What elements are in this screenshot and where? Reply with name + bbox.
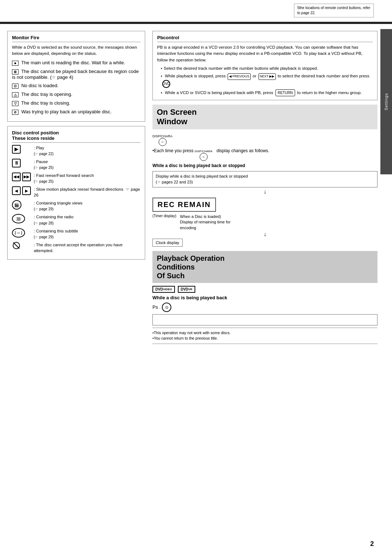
status-desc-unplayable: Was trying to play back an unplayable di…	[21, 109, 112, 114]
icon-row-play: ▶ : Play(☞ page 22)	[12, 145, 140, 157]
disc-control-subtitle: These icons reside	[12, 135, 54, 141]
icon-cell-slow: ◀ ▶	[12, 186, 34, 195]
bottom-playback: DVDVIDEO DVDVR While a disc is being pla…	[152, 286, 377, 344]
icon-cell-audio: )))	[12, 214, 34, 223]
dvd-video-badge: DVDVIDEO	[152, 286, 175, 293]
disp-intro: •Each time you press DISP/CHARA ○ displa…	[152, 148, 377, 161]
prohibit-icon	[13, 242, 20, 249]
pause-icon: ⏸	[12, 159, 21, 167]
rec-remain-display: REC REMAIN	[152, 198, 216, 212]
monitor-title: Monitor Fire	[12, 35, 140, 42]
icon-cell-ffrew: ◀◀ ▶▶	[12, 173, 34, 181]
status-desc-closing: The disc tray is closing.	[21, 100, 70, 106]
dvd-playing-text: While a disc is being played back	[152, 295, 377, 300]
side-tab-label: Settings	[384, 93, 388, 110]
icon-cell-subtitle: [ — ]	[12, 228, 34, 238]
timer-label: (Timer display)	[152, 214, 176, 218]
return-badge: RETURN	[275, 89, 295, 96]
dvd-vr-badge: DVDVR	[178, 286, 195, 293]
text-ffrew: : Fast reese/Fast forward search(☞ page …	[34, 173, 140, 184]
pbc-bullet-1: Select the desired track number with the…	[161, 65, 373, 72]
disp-inline-btn[interactable]: ○	[200, 153, 208, 161]
pbc-title: Pbcontrol	[157, 35, 373, 42]
text-prohibit: : The disc cannot accept the operation y…	[34, 242, 140, 254]
page-number: 2	[370, 540, 374, 548]
next-badge: NEXT ▶▶	[258, 73, 276, 80]
monitor-intro: While a DVD is selected as the sound sou…	[12, 44, 140, 57]
arrow-down-1: ↓	[152, 189, 377, 195]
note-2: •You cannot return to the previous title…	[152, 336, 377, 341]
separator-1	[152, 328, 377, 328]
icon-row-prohibit: : The disc cannot accept the operation y…	[12, 242, 140, 254]
two-column-layout: Monitor Fire While a DVD is selected as …	[7, 31, 377, 346]
icon-row-ffrew: ◀◀ ▶▶ : Fast reese/Fast forward search(☞…	[12, 173, 140, 184]
disp-button[interactable]: ○	[159, 138, 167, 146]
playing-back-text: While a disc is being played back or sto…	[152, 163, 377, 168]
pbc-bullet-2: While playback is stopped, press ◀ PREVI…	[161, 73, 373, 88]
right-column: Pbcontrol PB is a signal encoded in a VC…	[152, 31, 377, 346]
disc-control-section: Disc control position These icons reside…	[7, 126, 145, 260]
ps-circle-icon: ⊙	[162, 303, 171, 312]
icon-cell-play: ▶	[12, 145, 34, 154]
icon-row-subtitle: [ — ] : Containing this subtitle(☞ page …	[12, 228, 140, 240]
icon-row-pause: ⏸ : Pause(☞ page 25)	[12, 159, 140, 170]
disp-group: DISP/CHARA ○	[152, 134, 172, 146]
arrow-down-2: ↓	[152, 231, 377, 237]
status-icon-opening: △	[12, 92, 19, 97]
top-bar	[0, 22, 392, 24]
status-item-unplayable: ⊘ Was trying to play back an unplayable …	[12, 109, 140, 115]
text-audio: : Containing the radio(☞ page 28)	[34, 214, 140, 226]
left-column: Monitor Fire While a DVD is selected as …	[7, 31, 145, 346]
note-1: •This operation may not work with some d…	[152, 330, 377, 336]
status-icon-closing: ▽	[12, 101, 19, 106]
side-tab: Settings	[380, 29, 392, 174]
monitor-section: Monitor Fire While a DVD is selected as …	[7, 31, 145, 122]
icon-cell-pause: ⏸	[12, 159, 34, 167]
text-subtitle: : Containing this subtitle(☞ page 29)	[34, 228, 140, 240]
bottom-info-content	[156, 317, 157, 322]
bottom-info-box	[152, 314, 377, 325]
playback-op-title: Playback OperationConditionsOf Such	[157, 254, 373, 280]
icon-row-slow: ◀ ▶ : Slow motion playback reese/ forwar…	[12, 186, 140, 198]
status-desc-opening: The disc tray is opening.	[21, 92, 72, 97]
audio-icon: )))	[12, 214, 25, 223]
display-flow: Display while a disc is being played bac…	[152, 171, 377, 247]
icon-row-audio: ))) : Containing the radio(☞ page 28)	[12, 214, 140, 226]
clock-display-label: Clock display	[152, 239, 183, 247]
status-icon-unplayable: ⊘	[12, 110, 19, 115]
status-icon-region: ⊞	[12, 69, 19, 74]
main-content: Monitor Fire While a DVD is selected as …	[7, 27, 377, 540]
notice-box: 5the locations of remote control buttons…	[294, 4, 374, 17]
osd-section: On Screen Window	[152, 105, 377, 130]
slow-rev-icon: ◀	[12, 186, 21, 195]
rec-label-group: (Timer display)	[152, 214, 176, 218]
icon-cell-prohibit	[12, 242, 34, 249]
status-item-opening: △ The disc tray is opening.	[12, 92, 140, 97]
camera-icon: 🎬	[12, 200, 21, 210]
pbc-section: Pbcontrol PB is a signal encoded in a VC…	[152, 31, 377, 100]
disp-inline-label: DISP/CHARA	[195, 150, 212, 153]
disp-inline-group: DISP/CHARA ○	[195, 150, 212, 161]
pbc-bullet-3: While a VCD or SVCD is being played back…	[161, 89, 373, 96]
ff-icon: ▶▶	[22, 173, 31, 181]
dvd-play-badge: DVD	[162, 80, 170, 88]
ps-icon-row: Ps . ⊙	[152, 303, 377, 312]
disp-label: DISP/CHARA	[152, 134, 172, 138]
display-section: DISP/CHARA ○ •Each time you press DISP/C…	[152, 133, 377, 247]
text-camera: : Containing triangle views(☞ page 29)	[34, 200, 140, 212]
status-item-nodisc: ⊡ No disc is loaded.	[12, 83, 140, 89]
rec-row: (Timer display) When a Disc is loaded)Di…	[152, 214, 377, 231]
flow-right-note: When a Disc is loaded)Display of remaini…	[180, 214, 238, 231]
play-icon: ▶	[12, 145, 21, 154]
disp-row: DISP/CHARA ○	[152, 133, 377, 146]
status-icon-nodisc: ⊡	[12, 84, 19, 89]
notice-text: 5the locations of remote control buttons…	[297, 6, 370, 15]
osd-title: On Screen Window	[157, 108, 373, 127]
status-item-closing: ▽ The disc tray is closing.	[12, 100, 140, 106]
flow-left: Display while a disc is being played bac…	[152, 171, 377, 247]
pbc-intro: PB is a signal encoded in a VCD version …	[157, 44, 373, 96]
status-item-region: ⊞ The disc cannot be played back because…	[12, 69, 140, 80]
icon-row-camera: 🎬 : Containing triangle views(☞ page 29)	[12, 200, 140, 212]
text-slow: : Slow motion playback reese/ forward di…	[34, 186, 140, 198]
playback-operation-section: Playback OperationConditionsOf Such	[152, 251, 377, 283]
